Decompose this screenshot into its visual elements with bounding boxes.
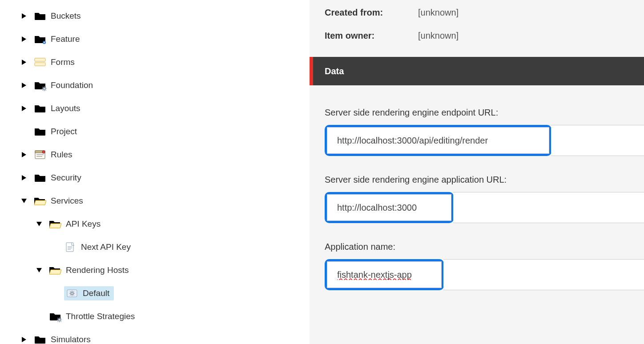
tree-item-label: Forms bbox=[51, 57, 75, 67]
tree-item-label: Rules bbox=[51, 150, 72, 160]
tree-item-throttle-strategies[interactable]: Throttle Strategies bbox=[0, 305, 310, 328]
folder-stack-icon bbox=[34, 126, 46, 137]
folder-icon bbox=[34, 103, 46, 114]
expand-toggle[interactable] bbox=[14, 60, 34, 65]
field-label: Server side rendering engine endpoint UR… bbox=[325, 108, 644, 118]
tree-item-buckets[interactable]: Buckets bbox=[0, 4, 310, 28]
tree-item-security[interactable]: Security bbox=[0, 166, 310, 189]
tree-item-project[interactable]: Project bbox=[0, 120, 310, 143]
content-tree: Buckets Feature Forms Foundation bbox=[0, 0, 310, 344]
field-endpoint-url: Server side rendering engine endpoint UR… bbox=[325, 108, 644, 156]
tree-item-forms[interactable]: Forms bbox=[0, 51, 310, 74]
collapse-toggle[interactable] bbox=[29, 268, 49, 272]
tree-item-label: Project bbox=[51, 127, 77, 136]
field-label: Application name: bbox=[325, 242, 644, 252]
folder-gear-icon bbox=[34, 80, 46, 91]
expand-toggle[interactable] bbox=[14, 36, 34, 42]
application-name-input[interactable] bbox=[327, 261, 442, 288]
editor-pane: Created from: [unknown] Item owner: [unk… bbox=[310, 0, 644, 344]
tree-item-label: Feature bbox=[51, 34, 80, 44]
input-continuation bbox=[551, 125, 644, 156]
highlight-box bbox=[325, 259, 444, 290]
field-application-url: Server side rendering engine application… bbox=[325, 175, 644, 223]
created-from-value: [unknown] bbox=[418, 8, 459, 18]
svg-point-26 bbox=[44, 42, 45, 43]
folder-open-icon bbox=[49, 265, 61, 276]
folder-open-icon bbox=[49, 219, 61, 229]
expand-toggle[interactable] bbox=[14, 175, 34, 180]
tree-item-default[interactable]: Default bbox=[0, 282, 310, 305]
input-continuation bbox=[453, 192, 644, 223]
folder-gear-icon bbox=[49, 311, 61, 322]
expand-toggle[interactable] bbox=[14, 106, 34, 111]
tree-item-api-keys[interactable]: API Keys bbox=[0, 212, 310, 236]
tree-item-label: Simulators bbox=[51, 335, 91, 344]
rules-icon bbox=[34, 149, 46, 160]
expand-toggle[interactable] bbox=[14, 83, 34, 88]
expand-toggle[interactable] bbox=[14, 152, 34, 157]
tree-item-label: Layouts bbox=[51, 104, 80, 113]
created-from-label: Created from: bbox=[325, 8, 418, 18]
item-owner-label: Item owner: bbox=[325, 31, 418, 41]
tree-item-layouts[interactable]: Layouts bbox=[0, 97, 310, 120]
settings-item-icon bbox=[66, 288, 78, 299]
tree-item-rules[interactable]: Rules bbox=[0, 143, 310, 166]
application-url-input[interactable] bbox=[327, 194, 451, 221]
tree-item-label: Rendering Hosts bbox=[66, 265, 129, 275]
section-header-label: Data bbox=[325, 66, 344, 76]
section-header-data[interactable]: Data bbox=[310, 57, 644, 85]
highlight-box bbox=[325, 192, 454, 223]
tree-item-label: Throttle Strategies bbox=[66, 312, 135, 321]
tree-item-foundation[interactable]: Foundation bbox=[0, 74, 310, 97]
collapse-toggle[interactable] bbox=[14, 199, 34, 203]
forms-icon bbox=[34, 57, 46, 68]
tree-item-simulators[interactable]: Simulators bbox=[0, 328, 310, 344]
quick-info: Created from: [unknown] Item owner: [unk… bbox=[310, 0, 644, 57]
tree-item-label: Security bbox=[51, 173, 81, 183]
tree-item-rendering-hosts[interactable]: Rendering Hosts bbox=[0, 259, 310, 282]
endpoint-url-input[interactable] bbox=[327, 127, 549, 154]
expand-toggle[interactable] bbox=[14, 13, 34, 19]
tree-item-label: Buckets bbox=[51, 11, 81, 21]
folder-icon bbox=[34, 172, 46, 183]
item-owner-value: [unknown] bbox=[418, 31, 459, 41]
tree-item-label: Next API Key bbox=[81, 242, 131, 252]
folder-icon bbox=[34, 11, 46, 21]
tree-item-label: API Keys bbox=[66, 219, 101, 229]
tree-item-feature[interactable]: Feature bbox=[0, 28, 310, 51]
tree-item-label: Default bbox=[83, 288, 109, 298]
folder-open-icon bbox=[34, 196, 46, 206]
highlight-box bbox=[325, 125, 551, 156]
tree-item-next-api-key[interactable]: Next API Key bbox=[0, 236, 310, 259]
field-application-name: Application name: bbox=[325, 242, 644, 290]
folder-gear-icon bbox=[34, 34, 46, 44]
document-icon bbox=[64, 242, 76, 252]
collapse-toggle[interactable] bbox=[29, 222, 49, 226]
input-continuation bbox=[443, 259, 644, 290]
tree-item-services[interactable]: Services bbox=[0, 189, 310, 212]
expand-toggle[interactable] bbox=[14, 337, 34, 342]
tree-item-label: Services bbox=[51, 196, 83, 206]
field-label: Server side rendering engine application… bbox=[325, 175, 644, 185]
folder-icon bbox=[34, 334, 46, 344]
tree-item-label: Foundation bbox=[51, 80, 93, 90]
